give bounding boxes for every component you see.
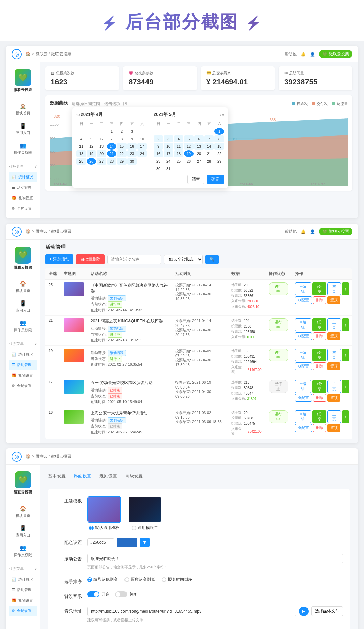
sidebar-item-apps[interactable]: 📱 应用入口 (6, 119, 40, 139)
row5-edit-btn[interactable]: ✏编辑 (295, 410, 311, 423)
row3-config-btn[interactable]: ⚙配置 (295, 362, 312, 370)
row5-top-btn[interactable]: 置顶 (327, 424, 340, 432)
cal-d-25[interactable]: 25 (76, 158, 86, 165)
sidebar2-item-home[interactable]: 🏠 模块首页 (6, 277, 40, 297)
color-picker-btn[interactable]: ▼ (140, 538, 150, 547)
row4-delete-btn[interactable]: 删除 (313, 394, 326, 402)
cal-d-14[interactable]: 14 (107, 143, 116, 150)
row5-up-btn[interactable]: ↑ (342, 410, 349, 423)
sidebar-item-settings[interactable]: ⚙ 全局设置 (9, 203, 37, 214)
nav-icon-user[interactable]: 👤 (310, 52, 315, 57)
cal-d-6[interactable]: 6 (97, 135, 106, 142)
sidebar-item-ops[interactable]: 👥 操作员权限 (6, 139, 40, 159)
cal-d-30[interactable]: 30 (127, 158, 137, 165)
cal-d-7[interactable]: 7 (107, 135, 116, 142)
banner-input[interactable] (87, 554, 343, 563)
rank-option-2[interactable]: 报名时间倒序 (162, 576, 192, 582)
sidebar2-item-ops[interactable]: 👥 操作员权限 (6, 316, 40, 336)
music-toggle-on[interactable]: 开启 (87, 591, 110, 597)
music-toggle-off[interactable]: 关闭 (115, 591, 137, 597)
cal-d-17[interactable]: 17 (137, 143, 147, 150)
row1-status-btn[interactable]: 进行中 (269, 282, 288, 295)
row2-top-btn[interactable]: 置顶 (327, 332, 340, 340)
row2-edit-btn[interactable]: ✏编辑 (295, 318, 311, 331)
user-badge-1[interactable]: 💚 微联云投票 (319, 50, 352, 58)
sidebar3-item-ops[interactable]: 👥 操作员权限 (6, 541, 40, 561)
theme-radio-2[interactable]: 通用模板二 (132, 525, 158, 531)
row5-share-btn[interactable]: ↑分享 (312, 410, 327, 423)
sidebar3-item-settings[interactable]: ⚙ 全局设置 (9, 606, 37, 616)
user-icon-2[interactable]: 👤 (310, 229, 315, 234)
row4-share-btn[interactable]: ↑分享 (312, 380, 327, 393)
row1-edit-btn[interactable]: ✏编辑 (295, 282, 311, 295)
sidebar2-item-settings[interactable]: ⚙ 全局设置 (9, 381, 37, 391)
cal-d-15[interactable]: 15 (117, 143, 127, 150)
theme-radio-1[interactable]: 默认通用模板 (89, 525, 119, 531)
row2-delete-btn[interactable]: 删除 (313, 332, 326, 340)
color-value-input[interactable] (87, 538, 114, 546)
sidebar3-item-gift[interactable]: 🎁 礼物设置 (9, 595, 37, 606)
color-swatch[interactable] (117, 538, 137, 547)
bell-icon-2[interactable]: 🔔 (301, 229, 306, 234)
help-link[interactable]: 帮助他 (285, 51, 297, 57)
cal-d-3[interactable]: 3 (127, 128, 137, 135)
row5-status-btn[interactable]: 进行中 (269, 410, 288, 423)
cal-d-28[interactable]: 28 (107, 158, 116, 165)
cal-d-22[interactable]: 22 (117, 150, 127, 157)
status-filter[interactable]: 默认全部状态 (164, 255, 203, 264)
sidebar-item-activity[interactable]: ☰ 活动管理 (9, 182, 37, 193)
row3-edit-btn[interactable]: ✏编辑 (295, 349, 311, 361)
cal-d-13[interactable]: 13 (97, 143, 106, 150)
calendar-confirm-btn[interactable]: 确定 (207, 175, 224, 184)
cal-d-19[interactable]: 19 (87, 150, 96, 157)
calendar-clear-btn[interactable]: 清空 (187, 175, 204, 184)
rank-option-0[interactable]: 编号从低到高 (87, 576, 118, 582)
media-file-btn[interactable]: 选择媒体文件 (311, 606, 343, 616)
tab-basic[interactable]: 基本设置 (48, 470, 66, 482)
tab-interface[interactable]: 界面设置 (74, 470, 91, 482)
row4-status-btn[interactable]: 已停止 (269, 380, 288, 393)
tab-advanced[interactable]: 高级设置 (125, 470, 143, 482)
row3-delete-btn[interactable]: 删除 (313, 362, 326, 370)
cal-d-16[interactable]: 16 (127, 143, 137, 150)
sidebar-item-stats[interactable]: 📊 统计概况 (9, 172, 37, 182)
sidebar3-item-home[interactable]: 🏠 模块首页 (6, 502, 40, 522)
row3-top-btn[interactable]: 置顶 (327, 362, 340, 370)
row1-config-btn[interactable]: ⚙配置 (295, 296, 312, 304)
row1-top-btn[interactable]: 置顶 (327, 296, 340, 304)
sidebar-item-home[interactable]: 🏠 模块首页 (6, 100, 40, 119)
row2-config-btn[interactable]: ⚙配置 (295, 332, 312, 340)
cal-d-18[interactable]: 18 (76, 150, 86, 157)
add-activity-btn[interactable]: + 添加活动 (45, 254, 73, 264)
music-url-input[interactable] (87, 607, 296, 616)
cal-d-27[interactable]: 27 (97, 158, 106, 165)
cal-d-24[interactable]: 24 (137, 150, 147, 157)
tab-rules[interactable]: 规则设置 (99, 470, 117, 482)
cal-d-12[interactable]: 12 (87, 143, 96, 150)
cal-d-4[interactable]: 4 (76, 135, 86, 142)
row5-config-btn[interactable]: ⚙配置 (295, 424, 312, 432)
cal-prev-prev[interactable]: « (76, 112, 79, 117)
row1-share-btn[interactable]: ↑分享 (312, 282, 327, 295)
cal-d-21[interactable]: 21 (107, 150, 116, 157)
batch-delete-btn[interactable]: 自批量删除 (76, 254, 105, 264)
cal-d-26[interactable]: 26 (87, 158, 96, 165)
cal-d-29[interactable]: 29 (117, 158, 127, 165)
row1-delete-btn[interactable]: 删除 (313, 296, 326, 304)
cal-d-5[interactable]: 5 (87, 135, 96, 142)
chart-tab[interactable]: 数据曲线 (50, 100, 68, 107)
row2-status-btn[interactable]: 进行中 (269, 318, 288, 331)
row4-config-btn[interactable]: ⚙配置 (295, 394, 312, 402)
row3-share-btn[interactable]: ↑分享 (312, 349, 327, 361)
sidebar3-item-stats[interactable]: 📊 统计概况 (9, 574, 37, 585)
row2-home-btn[interactable]: 主页 (327, 318, 341, 331)
search-btn[interactable]: 🔍 (205, 255, 219, 264)
sidebar3-item-activity[interactable]: ☰ 活动管理 (9, 585, 37, 595)
activity-search-input[interactable] (107, 255, 161, 264)
sidebar2-item-activity[interactable]: ☰ 活动管理 (9, 360, 37, 370)
nav-icon-bell[interactable]: 🔔 (301, 52, 306, 57)
row3-up-btn[interactable]: ↑ (342, 349, 349, 361)
user-badge-2[interactable]: 💚 微联云投票 (319, 228, 352, 235)
chart-filter-2[interactable]: 选击选项目组 (104, 101, 129, 107)
cal-d-1[interactable]: 1 (107, 128, 116, 135)
